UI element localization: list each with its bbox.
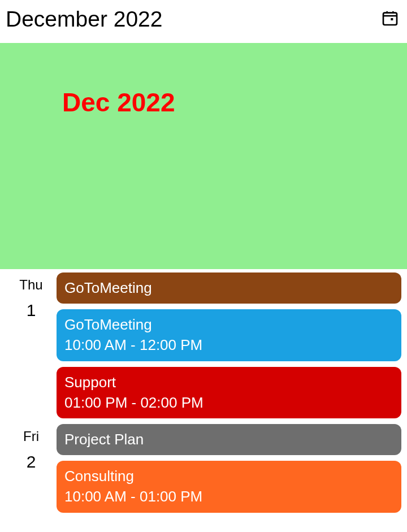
day-name: Fri xyxy=(6,429,57,444)
event-title: Consulting xyxy=(64,466,393,486)
day-spacer xyxy=(0,513,407,518)
month-banner: Dec 2022 xyxy=(0,43,407,269)
day-number: 2 xyxy=(6,452,57,472)
day-number: 1 xyxy=(6,301,57,320)
day-column: Thu1 xyxy=(6,273,57,418)
event-item[interactable]: Consulting10:00 AM - 01:00 PM xyxy=(57,461,401,512)
header: December 2022 xyxy=(0,0,407,43)
page-title: December 2022 xyxy=(6,7,163,32)
svg-rect-0 xyxy=(383,13,397,25)
event-time: 01:00 PM - 02:00 PM xyxy=(64,392,393,413)
day-name: Thu xyxy=(6,277,57,293)
agenda-list: Thu1GoToMeetingGoToMeeting10:00 AM - 12:… xyxy=(0,269,407,518)
event-time: 10:00 AM - 01:00 PM xyxy=(64,486,393,507)
day-spacer xyxy=(0,418,407,424)
month-label: Dec 2022 xyxy=(62,87,407,118)
event-item[interactable]: GoToMeeting xyxy=(57,273,401,304)
events-column: GoToMeetingGoToMeeting10:00 AM - 12:00 P… xyxy=(57,273,401,418)
day-column: Fri2 xyxy=(6,424,57,513)
event-title: GoToMeeting xyxy=(64,278,393,298)
event-title: Project Plan xyxy=(64,430,393,449)
svg-rect-4 xyxy=(391,18,393,20)
events-column: Project PlanConsulting10:00 AM - 01:00 P… xyxy=(57,424,401,513)
event-item[interactable]: Support01:00 PM - 02:00 PM xyxy=(57,367,401,418)
event-title: Support xyxy=(64,373,393,392)
day-section: Fri2Project PlanConsulting10:00 AM - 01:… xyxy=(0,424,407,513)
event-time: 10:00 AM - 12:00 PM xyxy=(64,335,393,355)
event-title: GoToMeeting xyxy=(64,315,393,335)
calendar-icon[interactable] xyxy=(381,9,399,29)
event-item[interactable]: GoToMeeting10:00 AM - 12:00 PM xyxy=(57,309,401,361)
event-item[interactable]: Project Plan xyxy=(57,424,401,455)
day-section: Thu1GoToMeetingGoToMeeting10:00 AM - 12:… xyxy=(0,273,407,418)
